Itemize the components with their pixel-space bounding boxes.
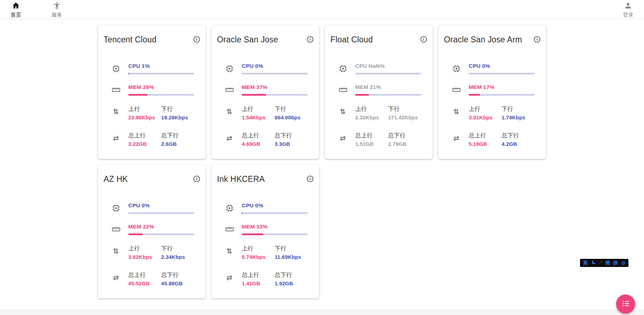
mem-progress-fill (469, 94, 480, 96)
upload-value: 5.74Kbps (242, 254, 275, 260)
mem-progress-fill (242, 233, 263, 235)
info-icon[interactable] (192, 174, 201, 184)
total-upload-label: 总上行 (242, 132, 275, 139)
download-label: 下行 (275, 245, 308, 252)
server-list-fab[interactable] (616, 295, 635, 314)
nav-services-label: 服务 (52, 12, 62, 18)
total-upload-label: 总上行 (355, 132, 388, 139)
cpu-chip-icon (217, 203, 242, 213)
nav-item-home[interactable]: 首页 (11, 1, 21, 18)
upload-value: 3.01Kbps (469, 114, 502, 120)
cpu-progress-fill (128, 73, 129, 75)
info-icon[interactable] (305, 35, 315, 44)
total-upload-label: 总上行 (128, 132, 161, 139)
download-value: 864.00bps (275, 114, 308, 120)
mem-usage-label: MEM 37% (242, 84, 308, 90)
mem-progress-fill (128, 94, 147, 96)
ime-english-toggle[interactable]: 英 (583, 261, 588, 266)
server-card-oracle-san-jose: Oracle San Jose CPU 0% MEM 37% (211, 25, 319, 159)
cpu-chip-icon (104, 203, 128, 213)
ime-layout-toggle[interactable]: 拼 (613, 261, 618, 266)
total-download-label: 总下行 (502, 132, 534, 139)
cpu-chip-icon (217, 64, 242, 73)
moon-icon[interactable] (591, 260, 596, 266)
ime-charset-toggle[interactable]: 简 (605, 261, 610, 266)
server-card-ink-hkcera: Ink HKCERA CPU 0% MEM 33% (211, 165, 319, 298)
cpu-progress-bar (355, 73, 421, 75)
swap-vertical-icon: ⇅ (330, 107, 355, 116)
swap-horizontal-icon: ⇄ (330, 134, 355, 142)
mem-progress-fill (128, 233, 143, 235)
mem-progress-fill (242, 94, 266, 96)
mem-usage-label: MEM 17% (469, 84, 534, 90)
nav-left-group: 首页 服务 (11, 1, 62, 18)
download-value: 2.34Kbps (161, 254, 194, 260)
total-upload-value: 4.69GB (242, 141, 275, 147)
footer-divider (0, 310, 644, 315)
cpu-progress-bar (242, 73, 308, 75)
upload-value: 1.54Kbps (242, 114, 275, 120)
info-icon[interactable] (419, 35, 428, 44)
swap-horizontal-icon: ⇄ (217, 273, 242, 282)
nav-item-login[interactable]: 登录 (623, 1, 633, 18)
swap-horizontal-icon: ⇄ (444, 134, 469, 142)
ruler-icon (217, 225, 242, 234)
server-card-tencent-cloud: Tencent Cloud CPU 1% MEM 29% (98, 25, 206, 159)
total-download-value: 2.6GB (161, 141, 194, 147)
download-label: 下行 (275, 105, 308, 113)
top-nav: 首页 服务 登录 (0, 0, 644, 19)
mem-progress-bar (128, 94, 194, 96)
total-upload-value: 1.41GB (242, 280, 275, 286)
cpu-progress-bar (128, 212, 194, 214)
nav-item-services[interactable]: 服务 (52, 1, 62, 18)
mem-usage-label: MEM 21% (355, 84, 421, 90)
mem-progress-bar (242, 233, 308, 235)
server-card-grid: Tencent Cloud CPU 1% MEM 29% (98, 25, 546, 298)
upload-value: 3.62Kbps (128, 254, 161, 260)
cpu-progress-bar (242, 212, 308, 214)
total-upload-value: 5.18GB (469, 141, 502, 147)
download-value: 1.74Kbps (502, 114, 534, 120)
info-icon[interactable] (532, 35, 542, 44)
mem-usage-label: MEM 33% (242, 224, 308, 230)
cpu-progress-bar (128, 73, 194, 75)
server-name: Float Cloud (330, 35, 373, 44)
gear-icon[interactable]: ⚙ (621, 261, 626, 266)
info-icon[interactable] (192, 35, 201, 44)
download-label: 下行 (388, 105, 421, 113)
swap-vertical-icon: ⇅ (217, 247, 242, 255)
cpu-progress-bar (469, 73, 534, 75)
mem-usage-label: MEM 22% (128, 224, 194, 230)
cpu-usage-label: CPU NaN% (355, 63, 421, 69)
download-value: 11.69Kbps (275, 254, 308, 260)
download-label: 下行 (161, 105, 194, 113)
accessibility-icon (53, 1, 61, 11)
mem-progress-bar (128, 233, 194, 235)
swap-horizontal-icon: ⇄ (217, 134, 242, 142)
total-upload-label: 总上行 (128, 271, 161, 279)
upload-label: 上行 (469, 105, 502, 113)
total-download-label: 总下行 (161, 132, 194, 139)
ime-punctuation-toggle[interactable]: ·' (599, 261, 602, 266)
cpu-usage-label: CPU 0% (469, 63, 534, 69)
server-name: Ink HKCERA (217, 174, 265, 184)
server-card-float-cloud: Float Cloud CPU NaN% MEM 21% (325, 25, 433, 159)
swap-vertical-icon: ⇅ (444, 107, 469, 116)
swap-vertical-icon: ⇅ (104, 107, 128, 116)
upload-label: 上行 (355, 105, 388, 113)
server-name: Oracle San Jose Arm (444, 35, 522, 44)
upload-label: 上行 (242, 245, 275, 252)
ruler-icon (104, 85, 128, 95)
ruler-icon (444, 85, 469, 95)
ime-tray[interactable]: 英 ·' 简 拼 ⚙ (580, 259, 628, 267)
upload-label: 上行 (128, 105, 161, 113)
cpu-usage-label: CPU 0% (128, 202, 194, 209)
swap-vertical-icon: ⇅ (217, 107, 242, 116)
info-icon[interactable] (305, 174, 315, 184)
cpu-progress-fill (242, 212, 242, 214)
total-download-label: 总下行 (275, 271, 308, 279)
download-value: 18.28Kbps (161, 114, 194, 120)
cpu-usage-label: CPU 1% (128, 63, 194, 69)
cpu-usage-label: CPU 0% (242, 202, 308, 209)
total-upload-label: 总上行 (469, 132, 502, 139)
